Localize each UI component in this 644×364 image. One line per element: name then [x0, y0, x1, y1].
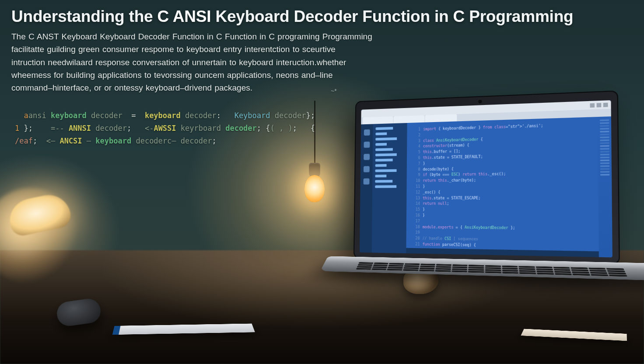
code-token: –: [82, 136, 96, 145]
code-token: [221, 111, 234, 120]
ide-gutter: 18: [413, 224, 420, 230]
ide-gutter: 14: [413, 201, 420, 207]
ide-line: 14 return null;: [413, 201, 593, 207]
keycap: [419, 270, 434, 272]
lightbulb-icon: [304, 175, 325, 202]
code-token: =--: [33, 124, 69, 133]
code-token: keyrboard: [176, 124, 221, 133]
overlay-code-block: aansi keyboard decoder = keyboard decode…: [15, 109, 315, 147]
code-line: /eaf; <– ANCSI – keyboard decoderc– deco…: [15, 135, 315, 147]
keycap: [572, 273, 590, 276]
code-token: };: [306, 111, 315, 120]
window-close-icon: [603, 102, 608, 107]
ide-code: _esc() {: [423, 190, 440, 196]
code-token: keyboard: [145, 111, 181, 120]
keycap: [387, 269, 402, 270]
title-emph: C ANSI: [158, 7, 211, 25]
title-part: Understanding the: [11, 7, 158, 25]
code-token: decoderc: [131, 136, 172, 145]
ide-gutter: 6: [413, 155, 420, 161]
code-token: /eaf: [15, 136, 33, 145]
code-token: AWSSI: [154, 124, 176, 133]
ide-code: decode(byte) {: [423, 166, 454, 172]
code-token: keyboard: [51, 111, 87, 120]
code-token: decoder: [270, 111, 306, 120]
code-token: ANCSI: [60, 136, 82, 145]
ide-gutter: 20: [413, 236, 420, 242]
window-max-icon: [597, 103, 602, 107]
files-icon: [364, 130, 370, 136]
ide-gutter: 19: [413, 230, 420, 236]
article-paragraph: The C ANST Keyboard Keyboard Decoder Fun…: [11, 30, 563, 94]
code-token: ;: [127, 124, 131, 133]
code-token: :: [217, 111, 221, 120]
title-part: Programming: [465, 7, 573, 25]
ide-code: }: [423, 184, 425, 190]
ide-code: return this._char(byte);: [423, 178, 476, 184]
ide-gutter: 17: [413, 219, 420, 224]
code-line: 1 }; =-- ANNSI decoder; <-AWSSI keyrboar…: [15, 122, 315, 135]
ide-explorer: [372, 123, 407, 253]
keycap: [502, 272, 519, 274]
code-token: ( , ): [270, 124, 293, 133]
keycap: [537, 273, 554, 275]
code-token: ; {: [293, 124, 315, 133]
ide-gutter: 10: [413, 178, 420, 184]
code-token: <–: [37, 136, 60, 145]
keycap: [403, 269, 418, 271]
decorative-squiggle-icon: ~*: [331, 88, 337, 94]
ide-gutter: 11: [413, 184, 420, 190]
ide-code: module.exports = { AnsiKeyboardDecoder }…: [423, 224, 515, 231]
laptop-display: 1import { keyboardDecoder } from class="…: [360, 100, 612, 257]
extensions-icon: [364, 178, 370, 185]
code-token: [15, 111, 24, 120]
ide-code: }: [423, 161, 425, 167]
title-part: Keyboard Decoder Function in: [211, 7, 453, 25]
code-token: keyboard: [95, 136, 131, 145]
ide-body: 1import { keyboardDecoder } from class="…: [360, 116, 612, 257]
keycap: [554, 273, 572, 275]
ide-gutter: 16: [413, 213, 420, 219]
ide-code: constructor(stream) {: [423, 143, 469, 150]
keycap: [452, 270, 467, 273]
title-emph: C: [453, 7, 465, 25]
code-token: ansi: [28, 111, 51, 120]
ide-code: this.state = STATE_ESCAPE;: [423, 196, 480, 202]
ide-code: this.state = STATE_DEFAULT;: [423, 154, 483, 161]
webcam-icon: [478, 100, 482, 104]
code-token: ;: [28, 124, 33, 133]
ide-gutter: 3: [413, 138, 420, 144]
code-token: decoder: [181, 111, 217, 120]
ide-gutter: 13: [413, 196, 420, 201]
keycap: [591, 274, 609, 276]
ide-gutter: 15: [413, 207, 420, 213]
code-line: aansi keyboard decoder = keyboard decode…: [15, 109, 315, 122]
keycap: [435, 270, 451, 272]
ide-code: if (byte === ESC) return this._esc();: [423, 172, 506, 178]
code-token: decoder: [91, 124, 127, 133]
article-overlay: Understanding the C ANSI Keyboard Decode…: [11, 8, 631, 94]
ide-line: 12 _esc() {: [413, 189, 593, 196]
keycap: [519, 272, 536, 274]
ide-gutter: 12: [413, 190, 420, 196]
code-token: ;: [33, 136, 37, 145]
ide-gutter: 1: [413, 127, 420, 133]
keycap: [356, 268, 371, 270]
article-title: Understanding the C ANSI Keyboard Decode…: [11, 8, 631, 26]
git-icon: [364, 154, 370, 160]
code-token: Keyboard: [234, 111, 270, 120]
code-token: decoder: [221, 124, 257, 133]
keycap: [609, 274, 627, 276]
ide-code: return null;: [423, 201, 449, 207]
code-token: <-: [131, 124, 154, 133]
ide-line: 13 this.state = STATE_ESCAPE;: [413, 195, 594, 201]
window-min-icon: [590, 103, 595, 107]
ide-gutter: 9: [413, 173, 420, 178]
code-token: decoder: [87, 111, 122, 120]
code-token: ;: [212, 136, 216, 145]
ide-minimap: [598, 116, 612, 257]
code-token: 1: [15, 124, 24, 133]
code-token: }: [24, 124, 28, 133]
debug-icon: [364, 166, 370, 172]
code-token: ANNSI: [69, 124, 91, 133]
